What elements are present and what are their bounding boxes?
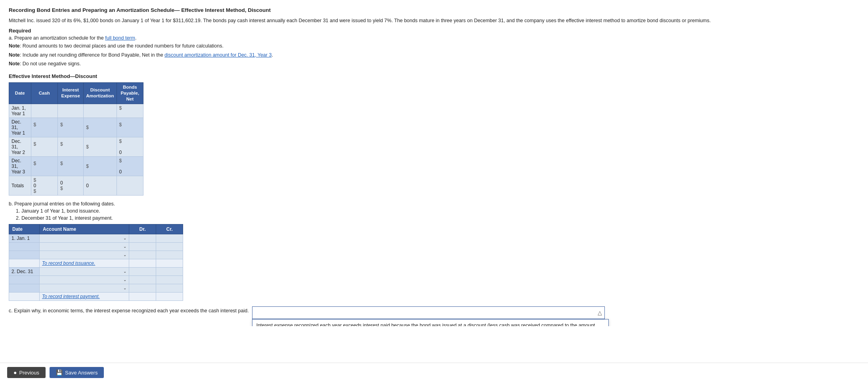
entry2-account-1: ⌄ (40, 267, 129, 276)
intro-text: Mitchell Inc. issued 320 of its 6%, $1,0… (9, 17, 859, 25)
entry1-cr-3 (156, 251, 183, 259)
entry1-dr-3-input[interactable] (132, 252, 153, 258)
entry1-record-cr (156, 259, 183, 267)
entry2-account-1-select[interactable] (42, 269, 122, 274)
row-cash: $ (31, 156, 57, 176)
table-row: Dec. 31, Year 3 $ $ $ $ 0 (9, 156, 143, 176)
page-title: Recording Bond Entries and Preparing an … (9, 7, 859, 13)
row-date: Jan. 1, Year 1 (9, 104, 31, 118)
row-discount: $ (84, 156, 117, 176)
interest-dec31y1-input[interactable] (60, 127, 80, 133)
part-c-input-area[interactable]: △ (252, 306, 605, 319)
row-date: Dec. 31, Year 1 (9, 118, 31, 137)
part-c-label: c. Explain why, in economic terms, the i… (9, 306, 249, 314)
row-discount (84, 104, 117, 118)
totals-discount-input[interactable] (86, 183, 106, 188)
entry1-account-3-select[interactable] (42, 252, 122, 258)
discount-dec31y1-input[interactable] (90, 125, 110, 130)
chevron-down-icon: ⌄ (123, 277, 126, 282)
entry2-record-cr (156, 292, 183, 300)
journal-entry-2-record-row: To record interest payment. (9, 292, 183, 300)
entry2-account-2: ⌄ (40, 276, 129, 284)
journal-table: Date Account Name Dr. Cr. 1. Jan. 1 ⌄ (9, 224, 183, 301)
entry1-dr-2 (129, 242, 156, 251)
row-cash: $ (31, 137, 57, 156)
interest-dec31y3-input[interactable] (60, 166, 80, 172)
col-date: Date (9, 224, 40, 234)
part-c-row: c. Explain why, in economic terms, the i… (9, 306, 859, 319)
entry2-dr-1 (129, 267, 156, 276)
row-date: Dec. 31, Year 2 (9, 137, 31, 156)
row-cash (31, 104, 57, 118)
table-row: Dec. 31, Year 1 $ $ $ $ (9, 118, 143, 137)
chevron-down-icon: ⌄ (123, 244, 126, 249)
row-interest: $ (58, 137, 84, 156)
chevron-down-icon: ⌄ (123, 236, 126, 240)
entry2-cr-2-input[interactable] (159, 277, 180, 283)
totals-interest-input[interactable] (60, 180, 80, 186)
bonds-net-dec31y1-input[interactable] (119, 127, 139, 133)
entry2-dr-1-input[interactable] (132, 269, 153, 274)
entry1-cr-3-input[interactable] (159, 252, 180, 258)
part-b-sub2: 2. December 31 of Year 1, interest payme… (16, 215, 859, 221)
entry2-record-date (9, 292, 40, 300)
entry1-record-label[interactable]: To record bond issuance. (40, 259, 129, 267)
entry1-account-3: ⌄ (40, 251, 129, 259)
entry2-cr-3-input[interactable] (159, 285, 180, 291)
row-discount: $ (84, 137, 117, 156)
row-interest: $ (58, 156, 84, 176)
dropdown-option-1[interactable]: Interest expense recognized each year ex… (252, 319, 608, 326)
col-bonds-payable-net: BondsPayable,Net (117, 83, 143, 104)
discount-dec31y2-input[interactable] (90, 144, 110, 150)
totals-cash-input[interactable] (34, 183, 54, 188)
row-date: Dec. 31, Year 3 (9, 156, 31, 176)
entry1-account-1: ⌄ (40, 234, 129, 242)
cash-dec31y3-input[interactable] (34, 166, 54, 172)
part-b-sub1: 1. January 1 of Year 1, bond issuance. (16, 208, 859, 214)
entry2-date-empty (9, 276, 40, 284)
note-3: Note: Do not use negative signs. (9, 60, 859, 68)
journal-section: Date Account Name Dr. Cr. 1. Jan. 1 ⌄ (9, 224, 859, 301)
dropdown-arrow-icon: △ (598, 310, 602, 316)
entry2-account-2-select[interactable] (42, 277, 122, 283)
journal-entry-2-row-3: ⌄ (9, 284, 183, 292)
row-bonds-net: $ (117, 118, 143, 137)
totals-bonds-net (117, 176, 143, 195)
entry2-cr-1-input[interactable] (159, 269, 180, 274)
entry1-dr-2-input[interactable] (132, 244, 153, 249)
entry1-account-2: ⌄ (40, 242, 129, 251)
bonds-net-dec31y3-input[interactable] (119, 163, 139, 169)
entry2-dr-2-input[interactable] (132, 277, 153, 283)
entry1-cr-2-input[interactable] (159, 244, 180, 249)
bonds-net-jan1-input[interactable] (119, 111, 139, 116)
entry1-date-empty (9, 242, 40, 251)
col-cash: Cash (31, 83, 57, 104)
entry1-cr-1-input[interactable] (159, 236, 180, 241)
entry2-account-3-select[interactable] (42, 285, 122, 291)
col-dr: Dr. (129, 224, 156, 234)
entry2-account-3: ⌄ (40, 284, 129, 292)
entry1-dr-1-input[interactable] (132, 236, 153, 241)
journal-entry-2-row-1: 2. Dec. 31 ⌄ (9, 267, 183, 276)
cash-dec31y2-input[interactable] (34, 147, 54, 152)
row-bonds-net: $ 0 (117, 137, 143, 156)
entry2-record-dr (129, 292, 156, 300)
entry2-dr-2 (129, 276, 156, 284)
bonds-net-dec31y2-input[interactable] (119, 144, 139, 150)
entry1-dr-3 (129, 251, 156, 259)
entry1-account-2-select[interactable] (42, 244, 122, 249)
discount-dec31y3-input[interactable] (90, 163, 110, 169)
entry2-record-label[interactable]: To record interest payment. (40, 292, 129, 300)
part-a-label: a. Prepare an amortization schedule for … (9, 35, 859, 41)
required-label: Required (9, 28, 859, 34)
cash-dec31y1-input[interactable] (34, 127, 54, 133)
part-b-label: b. Prepare journal entries on the follow… (9, 201, 859, 207)
entry1-account-1-select[interactable] (42, 236, 122, 241)
chevron-down-icon: ⌄ (123, 286, 126, 290)
interest-dec31y2-input[interactable] (60, 147, 80, 152)
journal-entry-1-row-2: ⌄ (9, 242, 183, 251)
entry2-dr-3-input[interactable] (132, 285, 153, 291)
journal-entry-2-row-2: ⌄ (9, 276, 183, 284)
entry2-dr-3 (129, 284, 156, 292)
col-date: Date (9, 83, 31, 104)
